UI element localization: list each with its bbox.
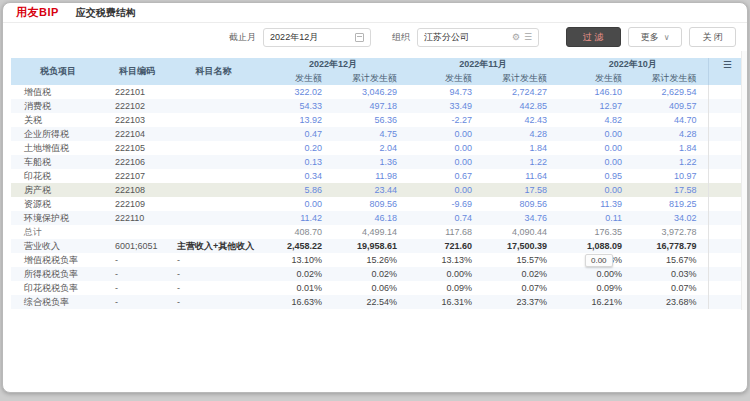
cell-value: 0.02% bbox=[333, 267, 408, 281]
cell-value: 4.28 bbox=[483, 127, 558, 141]
table-row[interactable]: 印花税2221070.3411.980.6711.640.9510.97 bbox=[11, 169, 741, 183]
cell-subject-code: - bbox=[105, 253, 169, 267]
cell-sliver bbox=[708, 281, 741, 295]
sub-column-header[interactable]: 累计发生额 bbox=[633, 71, 708, 85]
cell-value: 0.02% bbox=[483, 267, 558, 281]
table-row[interactable]: 关税22210313.9256.36-2.2742.434.8244.70 bbox=[11, 113, 741, 127]
cell-sliver bbox=[708, 239, 741, 253]
cell-value: 10.97 bbox=[633, 169, 708, 183]
cell-value: 15.26% bbox=[333, 253, 408, 267]
cell-value: 4,499.14 bbox=[333, 225, 408, 239]
table-row[interactable]: 土地增值税2221050.202.040.001.840.001.84 bbox=[11, 141, 741, 155]
cell-tax-item: 车船税 bbox=[11, 155, 105, 169]
deadline-month-input[interactable]: 2022年12月 bbox=[263, 28, 371, 47]
cell-value: 0.95 bbox=[558, 169, 633, 183]
cell-value: 33.49 bbox=[408, 99, 483, 113]
table-body: 增值税222101322.023,046.2994.732,724.27146.… bbox=[11, 85, 741, 309]
query-toolbar: 截止月 2022年12月 组织 江苏分公司 ⚙ ☰ 过 滤 更多 ∨ 关 闭 bbox=[3, 23, 747, 51]
cell-value: 12.97 bbox=[558, 99, 633, 113]
cell-value: 0.00 bbox=[558, 155, 633, 169]
cell-value: 34.76 bbox=[483, 211, 558, 225]
cell-subject-code: - bbox=[105, 295, 169, 309]
cell-tax-item: 营业收入 bbox=[11, 239, 105, 253]
cell-sliver bbox=[708, 113, 741, 127]
filter-button[interactable]: 过 滤 bbox=[566, 27, 621, 47]
cell-value: 0.00% bbox=[558, 267, 633, 281]
cell-value: 146.10 bbox=[558, 85, 633, 99]
cell-subject-name bbox=[169, 169, 258, 183]
table-row[interactable]: 总计408.704,499.14117.684,090.44176.353,97… bbox=[11, 225, 741, 239]
table-row[interactable]: 环境保护税22211011.4246.180.7434.760.1134.02 bbox=[11, 211, 741, 225]
cell-subject-name bbox=[169, 141, 258, 155]
sub-column-header[interactable]: 发生额 bbox=[258, 71, 333, 85]
org-input[interactable]: 江苏分公司 ⚙ ☰ bbox=[417, 28, 539, 47]
cell-subject-name: - bbox=[169, 295, 258, 309]
cell-value: 2,458.22 bbox=[258, 239, 333, 253]
cell-value: 42.43 bbox=[483, 113, 558, 127]
cell-value: 16.31% bbox=[408, 295, 483, 309]
cell-value: 0.67 bbox=[408, 169, 483, 183]
cell-value: 0.07% bbox=[483, 281, 558, 295]
cell-value: 3,972.78 bbox=[633, 225, 708, 239]
deadline-month-label: 截止月 bbox=[229, 31, 256, 44]
sub-column-header[interactable]: 累计发生额 bbox=[333, 71, 408, 85]
cell-value: 1.84 bbox=[483, 141, 558, 155]
cell-value: 721.60 bbox=[408, 239, 483, 253]
cell-value: 0.02% bbox=[258, 267, 333, 281]
cell-value: 0.00 bbox=[558, 141, 633, 155]
cell-value: 46.18 bbox=[333, 211, 408, 225]
table-row[interactable]: 综合税负率--16.63%22.54%16.31%23.37%16.21%23.… bbox=[11, 295, 741, 309]
cell-sliver bbox=[708, 211, 741, 225]
table-row[interactable]: 增值税税负率--13.10%15.26%13.13%15.57%13.43%15… bbox=[11, 253, 741, 267]
table-row[interactable]: 所得税税负率--0.02%0.02%0.00%0.02%0.00%0.03% bbox=[11, 267, 741, 281]
column-header[interactable]: 科目名称 bbox=[169, 58, 258, 85]
more-button[interactable]: 更多 ∨ bbox=[628, 27, 683, 47]
cell-value: 11.42 bbox=[258, 211, 333, 225]
table-row[interactable]: 车船税2221060.131.360.001.220.001.22 bbox=[11, 155, 741, 169]
cell-tax-item: 资源税 bbox=[11, 197, 105, 211]
deadline-month-value: 2022年12月 bbox=[270, 31, 318, 44]
cell-value: 1.22 bbox=[483, 155, 558, 169]
cell-value: 0.11 bbox=[558, 211, 633, 225]
table-row[interactable]: 印花税税负率--0.01%0.06%0.09%0.07%0.09%0.07% bbox=[11, 281, 741, 295]
table-row[interactable]: 企业所得税2221040.474.750.004.280.004.28 bbox=[11, 127, 741, 141]
table-row[interactable]: 资源税2221090.00809.56-9.69809.5611.39819.2… bbox=[11, 197, 741, 211]
title-bar: 用友BIP 应交税费结构 bbox=[3, 3, 747, 23]
cell-value: 0.00 bbox=[408, 141, 483, 155]
cell-subject-name: - bbox=[169, 253, 258, 267]
cell-value: 0.47 bbox=[258, 127, 333, 141]
calendar-icon[interactable] bbox=[355, 33, 364, 42]
cell-value: 56.36 bbox=[333, 113, 408, 127]
cell-subject-code: 222106 bbox=[105, 155, 169, 169]
column-header[interactable]: 科目编码 bbox=[105, 58, 169, 85]
menu-icon[interactable]: ☰ bbox=[723, 59, 732, 71]
table-row[interactable]: 增值税222101322.023,046.2994.732,724.27146.… bbox=[11, 85, 741, 99]
cell-tax-item: 印花税 bbox=[11, 169, 105, 183]
cell-subject-code: 222109 bbox=[105, 197, 169, 211]
cell-value: 322.02 bbox=[258, 85, 333, 99]
sub-column-header[interactable]: 发生额 bbox=[558, 71, 633, 85]
cell-sliver bbox=[708, 183, 741, 197]
table-row[interactable]: 消费税22210254.33497.1833.49442.8512.97409.… bbox=[11, 99, 741, 113]
sub-column-header[interactable]: 累计发生额 bbox=[483, 71, 558, 85]
table-header: 税负项目科目编码科目名称2022年12月2022年11月2022年10月 发生额… bbox=[11, 58, 741, 85]
cell-value: 0.00 bbox=[258, 197, 333, 211]
list-icon[interactable]: ☰ bbox=[524, 33, 532, 42]
cell-value: 0.00 bbox=[408, 155, 483, 169]
cell-value: -9.69 bbox=[408, 197, 483, 211]
vertical-scrollbar[interactable] bbox=[741, 51, 747, 310]
cell-value: 497.18 bbox=[333, 99, 408, 113]
cell-value: 0.13 bbox=[258, 155, 333, 169]
cell-sliver bbox=[708, 127, 741, 141]
page-title: 应交税费结构 bbox=[76, 6, 136, 20]
cell-value: 94.73 bbox=[408, 85, 483, 99]
table-row[interactable]: 营业收入6001;6051主营收入+其他收入2,458.2219,958.617… bbox=[11, 239, 741, 253]
cell-subject-code: 222108 bbox=[105, 183, 169, 197]
column-header[interactable]: 税负项目 bbox=[11, 58, 105, 85]
gear-icon[interactable]: ⚙ bbox=[512, 33, 520, 42]
cell-value: 117.68 bbox=[408, 225, 483, 239]
table-row[interactable]: 房产税2221085.8623.440.0017.580.0017.58 bbox=[11, 183, 741, 197]
cell-subject-name bbox=[169, 113, 258, 127]
sub-column-header[interactable]: 发生额 bbox=[408, 71, 483, 85]
close-button[interactable]: 关 闭 bbox=[689, 27, 736, 47]
